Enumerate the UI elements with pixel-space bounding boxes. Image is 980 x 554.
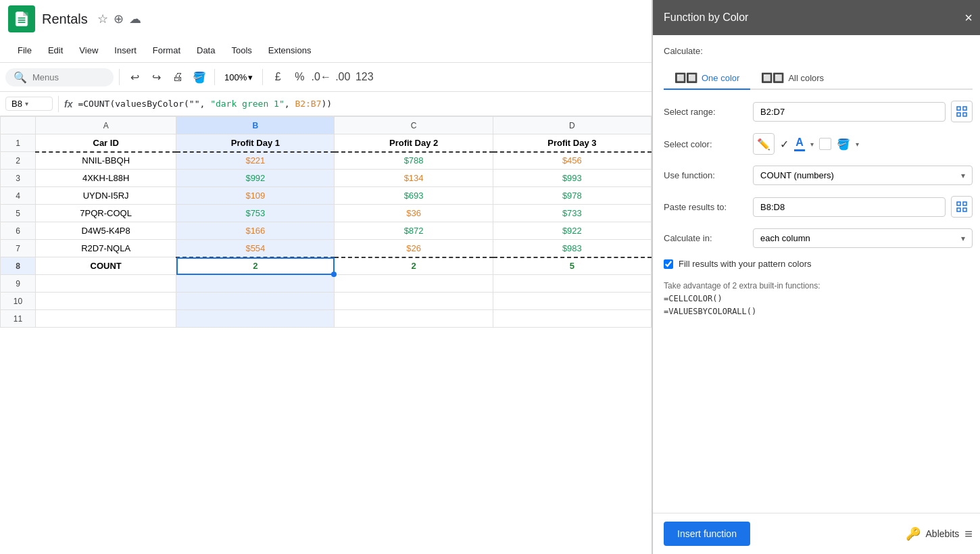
cell-d6[interactable]: $922 [493, 222, 651, 240]
col-header-b[interactable]: B [176, 117, 335, 134]
menu-view[interactable]: View [72, 43, 105, 58]
fill-colors-checkbox[interactable] [664, 259, 673, 269]
cell-a4[interactable]: UYDN-I5RJ [36, 187, 176, 205]
cell-c9[interactable] [335, 275, 493, 293]
cell-d8[interactable]: 5 [493, 257, 651, 275]
document-title[interactable]: Rentals [42, 11, 88, 27]
cell-a6[interactable]: D4W5-K4P8 [36, 222, 176, 240]
paste-results-input[interactable] [753, 197, 946, 217]
cell-d4[interactable]: $978 [493, 187, 651, 205]
cell-b3[interactable]: $992 [176, 170, 335, 187]
ablebits-menu-icon[interactable]: ≡ [964, 526, 973, 542]
menu-data[interactable]: Data [190, 43, 222, 58]
currency-button[interactable]: £ [268, 68, 287, 86]
search-box[interactable]: 🔍 [5, 68, 114, 86]
cell-c7[interactable]: $26 [335, 240, 493, 257]
text-color-button[interactable]: A [794, 136, 805, 151]
color-swatch-white[interactable] [819, 138, 831, 150]
cell-d11[interactable] [493, 310, 651, 328]
select-range-input[interactable] [753, 102, 946, 122]
cell-d7[interactable]: $983 [493, 240, 651, 257]
cell-a7[interactable]: R2D7-NQLA [36, 240, 176, 257]
eyedropper-button[interactable]: ✏️ [753, 133, 775, 155]
menu-extensions[interactable]: Extensions [262, 43, 318, 58]
menu-tools[interactable]: Tools [224, 43, 258, 58]
use-function-select[interactable]: COUNT (numbers) ▾ [753, 166, 973, 185]
cell-b8[interactable]: 2 [176, 257, 335, 275]
search-input[interactable] [32, 72, 100, 82]
zoom-dropdown-icon: ▾ [248, 72, 253, 82]
cell-a8[interactable]: COUNT [36, 257, 176, 275]
formula-content[interactable]: =COUNT(valuesByColor("", "dark green 1",… [78, 99, 332, 109]
paste-results-grid-button[interactable] [951, 196, 973, 218]
insert-function-button[interactable]: Insert function [664, 522, 750, 546]
cell-b2[interactable]: $221 [176, 152, 335, 170]
cell-a10[interactable] [36, 293, 176, 310]
format-paint-button[interactable]: 🪣 [190, 68, 209, 86]
table-row: 5 7PQR-COQL $753 $36 $733 [1, 205, 652, 222]
cell-b11[interactable] [176, 310, 335, 328]
toolbar: 🔍 ↩ ↪ 🖨 🪣 100% ▾ £ % .0← .00 123 [0, 62, 652, 92]
cell-b6[interactable]: $166 [176, 222, 335, 240]
cell-c2[interactable]: $788 [335, 152, 493, 170]
menu-format[interactable]: Format [146, 43, 187, 58]
cell-b1[interactable]: Profit Day 1 [176, 134, 335, 152]
cell-d2[interactable]: $456 [493, 152, 651, 170]
cell-c1[interactable]: Profit Day 2 [335, 134, 493, 152]
menu-insert[interactable]: Insert [107, 43, 143, 58]
cell-a9[interactable] [36, 275, 176, 293]
redo-button[interactable]: ↪ [147, 68, 166, 86]
calculate-in-control: each column ▾ [753, 228, 973, 248]
cell-c8[interactable]: 2 [335, 257, 493, 275]
percent-button[interactable]: % [290, 68, 309, 86]
text-color-dropdown[interactable]: ▾ [810, 141, 814, 148]
cell-d5[interactable]: $733 [493, 205, 651, 222]
cell-reference[interactable]: B8 ▾ [5, 97, 53, 111]
calculate-in-select[interactable]: each column ▾ [753, 228, 973, 248]
cell-d3[interactable]: $993 [493, 170, 651, 187]
cell-b9[interactable] [176, 275, 335, 293]
cell-b4[interactable]: $109 [176, 187, 335, 205]
cell-d10[interactable] [493, 293, 651, 310]
cell-d1[interactable]: Profit Day 3 [493, 134, 651, 152]
cell-c6[interactable]: $872 [335, 222, 493, 240]
menu-edit[interactable]: Edit [41, 43, 70, 58]
fill-color-dropdown[interactable]: ▾ [856, 141, 859, 148]
zoom-control[interactable]: 100% ▾ [220, 71, 257, 84]
col-header-c[interactable]: C [335, 117, 493, 134]
tab-all-colors[interactable]: 🔲🔲 All colors [750, 67, 835, 90]
cell-a1[interactable]: Car ID [36, 134, 176, 152]
increase-decimal-button[interactable]: .00 [333, 68, 352, 86]
cell-b7[interactable]: $554 [176, 240, 335, 257]
history-icon[interactable]: ⊕ [114, 11, 124, 26]
cell-c5[interactable]: $36 [335, 205, 493, 222]
checkbox-row: Fill results with your pattern colors [664, 259, 973, 269]
decrease-decimal-button[interactable]: .0← [312, 68, 330, 86]
cell-a11[interactable] [36, 310, 176, 328]
cell-a2[interactable]: NNIL-BBQH [36, 152, 176, 170]
cell-a5[interactable]: 7PQR-COQL [36, 205, 176, 222]
cell-d9[interactable] [493, 275, 651, 293]
tab-one-color[interactable]: 🔲🔲 One color [664, 67, 750, 90]
cell-ref-dropdown-icon[interactable]: ▾ [25, 100, 28, 107]
cloud-icon[interactable]: ☁ [129, 11, 141, 26]
star-icon[interactable]: ☆ [97, 11, 108, 26]
ablebits-area: 🔑 Ablebits ≡ [906, 526, 973, 542]
cell-a3[interactable]: 4XKH-L88H [36, 170, 176, 187]
print-button[interactable]: 🖨 [168, 68, 187, 86]
cell-b10[interactable] [176, 293, 335, 310]
cell-c3[interactable]: $134 [335, 170, 493, 187]
svg-rect-5 [963, 107, 966, 110]
undo-button[interactable]: ↩ [125, 68, 144, 86]
cell-c4[interactable]: $693 [335, 187, 493, 205]
cell-b5[interactable]: $753 [176, 205, 335, 222]
col-header-a[interactable]: A [36, 117, 176, 134]
col-header-d[interactable]: D [493, 117, 651, 134]
cell-c10[interactable] [335, 293, 493, 310]
menu-file[interactable]: File [11, 43, 39, 58]
cell-c11[interactable] [335, 310, 493, 328]
svg-rect-10 [957, 208, 960, 211]
select-range-grid-button[interactable] [951, 101, 973, 122]
panel-close-button[interactable]: × [964, 11, 973, 24]
more-formats-button[interactable]: 123 [355, 68, 374, 86]
